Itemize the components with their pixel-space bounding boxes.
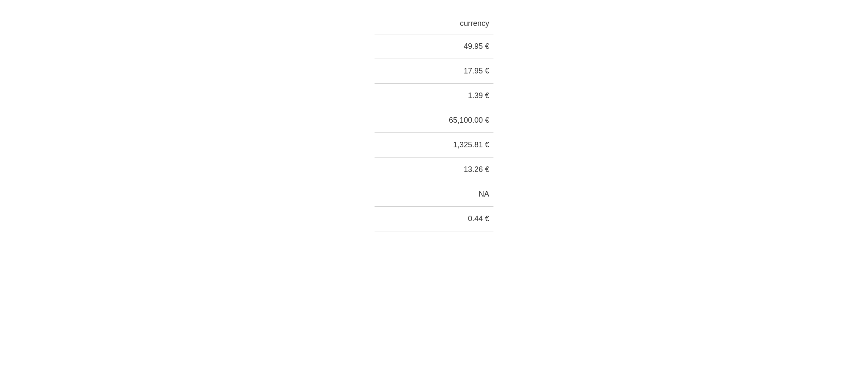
table-row: NA <box>375 182 493 206</box>
table-row: 1,325.81 € <box>375 132 493 157</box>
cell-value: NA <box>479 190 489 199</box>
table-row: 17.95 € <box>375 59 493 83</box>
cell-value: 1.39 € <box>468 91 489 100</box>
currency-table: currency 49.95 € 17.95 € 1.39 € 65,100.0… <box>375 13 493 231</box>
cell-value: 65,100.00 € <box>449 116 489 125</box>
table-row: 1.39 € <box>375 83 493 108</box>
cell-value: 1,325.81 € <box>453 141 489 149</box>
cell-value: 17.95 € <box>464 67 489 76</box>
column-header-row: currency <box>375 13 493 34</box>
cell-value: 49.95 € <box>464 42 489 51</box>
table-row: 49.95 € <box>375 34 493 59</box>
table-row: 13.26 € <box>375 157 493 182</box>
currency-column: currency 49.95 € 17.95 € 1.39 € 65,100.0… <box>375 13 493 231</box>
column-header: currency <box>460 19 489 28</box>
table-row: 0.44 € <box>375 206 493 231</box>
table-row: 65,100.00 € <box>375 108 493 132</box>
cell-value: 0.44 € <box>468 214 489 223</box>
cell-value: 13.26 € <box>464 165 489 174</box>
